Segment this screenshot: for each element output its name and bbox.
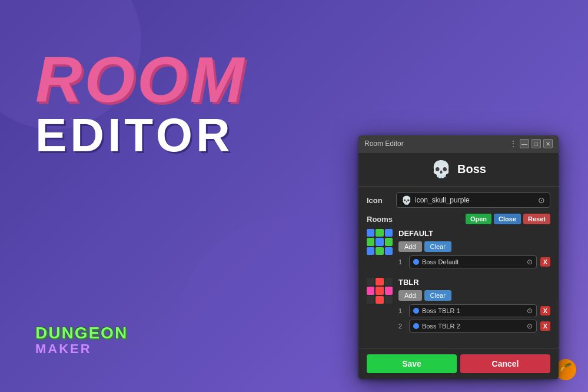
- grid-cell: [367, 296, 374, 304]
- grid-cell: [376, 229, 383, 237]
- room-type-name-tblr: TBLR: [398, 278, 550, 287]
- entry-color-icon: [413, 259, 419, 265]
- maker-text: MAKER: [35, 341, 92, 357]
- room-type-actions-default: Add Clear: [398, 241, 550, 252]
- window-footer: Save Cancel: [358, 348, 559, 379]
- room-type-section-default: DEFAULT Add Clear 1 Boss Default: [367, 229, 550, 271]
- entry-color-icon: [413, 308, 419, 314]
- cancel-button[interactable]: Cancel: [460, 354, 550, 373]
- entry-num: 2: [398, 323, 406, 330]
- add-tblr-button[interactable]: Add: [398, 290, 422, 301]
- add-default-button[interactable]: Add: [398, 241, 422, 252]
- grid-cell: [376, 296, 383, 304]
- grid-cell: [376, 247, 383, 255]
- dungeon-text: DUNGEON: [35, 325, 128, 341]
- entry-content: Boss TBLR 1: [413, 307, 460, 314]
- clear-default-button[interactable]: Clear: [424, 241, 451, 252]
- entry-delete-button[interactable]: X: [540, 257, 550, 267]
- grid-cell: [385, 287, 393, 294]
- entry-content: Boss Default: [413, 258, 459, 265]
- entry-delete-button[interactable]: X: [540, 306, 550, 315]
- grid-cell: [367, 229, 374, 237]
- maximize-button[interactable]: □: [531, 139, 541, 148]
- room-type-info-tblr: TBLR Add Clear 1 Boss TBLR 1 ⊙: [398, 278, 550, 335]
- grid-cell: [385, 278, 393, 285]
- grid-cell: [367, 287, 374, 294]
- grid-cell: [385, 238, 393, 245]
- grid-cell: [367, 238, 374, 245]
- entry-num: 1: [398, 258, 406, 265]
- grid-cell: [376, 278, 383, 285]
- entry-field[interactable]: Boss TBLR 1 ⊙: [409, 304, 537, 317]
- title-section: ROOM EDITOR: [35, 47, 246, 159]
- reset-button[interactable]: Reset: [523, 214, 550, 224]
- grid-cell: [367, 247, 374, 255]
- entry-clear-icon[interactable]: ⊙: [527, 322, 533, 330]
- grid-cell: [385, 296, 393, 304]
- grid-cell: [376, 287, 383, 294]
- rooms-label: Rooms: [367, 215, 393, 224]
- close-rooms-button[interactable]: Close: [494, 214, 521, 224]
- entry-value: Boss Default: [422, 258, 459, 265]
- room-entry-default-1: 1 Boss Default ⊙ X: [398, 255, 550, 268]
- grid-preview-default: [367, 229, 393, 255]
- window-content: Icon 💀 icon_skull_purple ⊙ Rooms Open Cl…: [358, 187, 559, 348]
- dungeon-maker-logo: DUNGEON MAKER: [35, 325, 128, 357]
- icon-label: Icon: [367, 196, 390, 205]
- title-room: ROOM: [35, 47, 246, 112]
- icon-clear-button[interactable]: ⊙: [538, 195, 545, 205]
- entry-clear-icon[interactable]: ⊙: [527, 307, 533, 315]
- entry-value: Boss TBLR 2: [422, 323, 460, 330]
- close-button[interactable]: ✕: [543, 139, 553, 148]
- entry-delete-button-2[interactable]: X: [540, 321, 550, 331]
- title-bar-controls: ⋮ — □ ✕: [509, 139, 553, 148]
- room-type-name-default: DEFAULT: [398, 229, 550, 238]
- room-type-header-default: DEFAULT Add Clear 1 Boss Default: [367, 229, 550, 271]
- minimize-button[interactable]: —: [520, 139, 529, 148]
- grid-cell: [367, 278, 374, 285]
- rooms-buttons: Open Close Reset: [466, 214, 550, 224]
- editor-window: Room Editor ⋮ — □ ✕ 💀 Boss Icon 💀 icon_s…: [358, 135, 559, 379]
- room-type-info-default: DEFAULT Add Clear 1 Boss Default: [398, 229, 550, 271]
- skull-icon: 💀: [431, 160, 451, 179]
- window-header: 💀 Boss: [358, 152, 559, 187]
- icon-field-value: icon_skull_purple: [415, 196, 470, 204]
- entry-color-icon: [413, 323, 419, 329]
- icon-field[interactable]: 💀 icon_skull_purple ⊙: [396, 192, 550, 208]
- icon-row: Icon 💀 icon_skull_purple ⊙: [367, 192, 550, 208]
- grid-cell: [385, 247, 393, 255]
- rooms-header: Rooms Open Close Reset: [367, 214, 550, 224]
- room-entry-tblr-1: 1 Boss TBLR 1 ⊙ X: [398, 304, 550, 317]
- entry-num: 1: [398, 307, 406, 314]
- title-bar: Room Editor ⋮ — □ ✕: [358, 135, 559, 152]
- grid-cell: [385, 229, 393, 237]
- title-editor: EDITOR: [35, 112, 246, 159]
- title-bar-menu-icon[interactable]: ⋮: [509, 139, 517, 148]
- grid-preview-tblr: [367, 278, 393, 304]
- skull-small-icon: 💀: [401, 195, 411, 205]
- entry-field[interactable]: Boss Default ⊙: [409, 255, 537, 268]
- room-entry-tblr-2: 2 Boss TBLR 2 ⊙ X: [398, 320, 550, 333]
- boss-title: Boss: [457, 162, 486, 176]
- room-type-section-tblr: TBLR Add Clear 1 Boss TBLR 1 ⊙: [367, 278, 550, 335]
- save-button[interactable]: Save: [367, 354, 457, 373]
- room-type-header-tblr: TBLR Add Clear 1 Boss TBLR 1 ⊙: [367, 278, 550, 335]
- entry-field[interactable]: Boss TBLR 2 ⊙: [409, 320, 537, 333]
- open-button[interactable]: Open: [466, 214, 491, 224]
- grid-cell: [376, 238, 383, 245]
- icon-field-content: 💀 icon_skull_purple: [401, 195, 470, 205]
- entry-value: Boss TBLR 1: [422, 307, 460, 314]
- clear-tblr-button[interactable]: Clear: [424, 290, 451, 301]
- entry-content: Boss TBLR 2: [413, 323, 460, 330]
- room-type-actions-tblr: Add Clear: [398, 290, 550, 301]
- entry-clear-icon[interactable]: ⊙: [527, 258, 533, 266]
- title-bar-label: Room Editor: [364, 139, 404, 148]
